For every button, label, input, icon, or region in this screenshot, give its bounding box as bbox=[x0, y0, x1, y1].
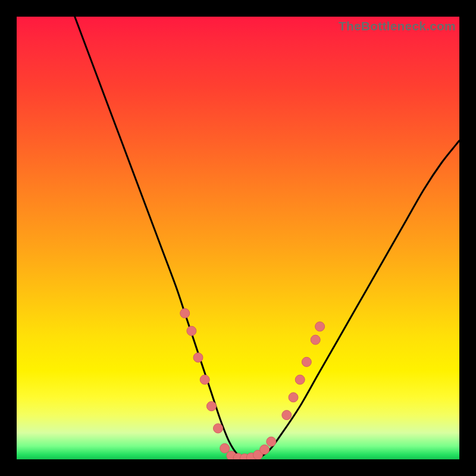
data-point bbox=[193, 353, 203, 362]
data-point bbox=[289, 393, 298, 402]
data-point bbox=[214, 424, 223, 433]
data-point bbox=[282, 411, 292, 420]
data-point bbox=[302, 357, 311, 367]
data-point bbox=[180, 309, 190, 318]
data-point bbox=[267, 437, 276, 446]
data-point bbox=[200, 375, 209, 384]
data-point bbox=[311, 335, 320, 345]
highlight-points bbox=[180, 309, 325, 460]
data-point bbox=[187, 326, 196, 336]
data-point bbox=[220, 443, 230, 453]
data-point bbox=[260, 445, 270, 455]
chart-frame: TheBottleneck.com bbox=[0, 0, 476, 476]
plot-area: TheBottleneck.com bbox=[17, 17, 459, 459]
data-point bbox=[295, 375, 305, 384]
chart-svg bbox=[17, 17, 459, 459]
bottleneck-curve bbox=[70, 17, 459, 459]
data-point bbox=[315, 322, 325, 331]
data-point bbox=[206, 402, 216, 411]
